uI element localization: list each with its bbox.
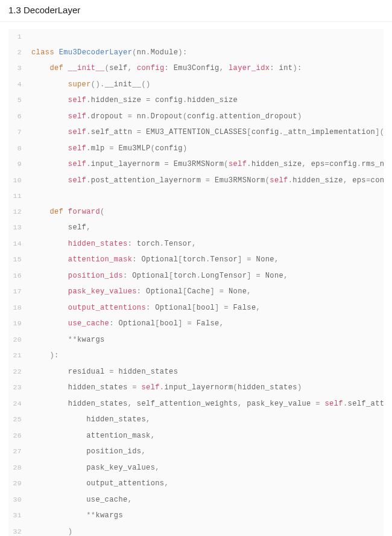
- line-number: 27: [8, 444, 25, 459]
- code-line: 10 self.post_attention_layernorm = Emu3R…: [8, 173, 384, 189]
- code-line: 9 self.input_layernorm = Emu3RMSNorm(sel…: [8, 156, 384, 173]
- line-number: 1: [8, 29, 25, 45]
- code-block: 12class Emu3DecoderLayer(nn.Module):3 de…: [8, 29, 384, 536]
- code-content: position_ids,: [25, 444, 146, 460]
- code-content: **kwargs: [25, 333, 105, 348]
- code-content: output_attentions: Optional[bool] = Fals…: [25, 301, 261, 316]
- code-line: 19 use_cache: Optional[bool] = False,: [8, 316, 384, 332]
- code-line: 32 ): [8, 524, 384, 537]
- code-line: 13 self,: [8, 220, 384, 236]
- code-line: 16 position_ids: Optional[torch.LongTens…: [8, 268, 384, 284]
- line-number: 2: [8, 45, 25, 60]
- code-line: 20 **kwargs: [8, 332, 384, 348]
- line-number: 26: [8, 428, 25, 444]
- line-number: 14: [8, 236, 25, 252]
- line-number: 16: [8, 268, 25, 284]
- code-line: 7 self.self_attn = EMU3_ATTENTION_CLASSE…: [8, 124, 384, 141]
- line-number: 15: [8, 252, 25, 267]
- code-line: 18 output_attentions: Optional[bool] = F…: [8, 300, 384, 316]
- line-number: 25: [8, 412, 25, 427]
- code-line: 17 pask_key_values: Optional[Cache] = No…: [8, 284, 384, 300]
- line-number: 29: [8, 476, 25, 491]
- line-number: 7: [8, 124, 25, 140]
- code-content: super().__init__(): [25, 77, 151, 93]
- code-content: hidden_states = self.input_layernorm(hid…: [25, 380, 302, 396]
- code-content: **kwargs: [25, 508, 123, 524]
- line-number: 31: [8, 508, 25, 523]
- line-number: 10: [8, 173, 25, 188]
- line-number: 17: [8, 284, 25, 299]
- line-number: 20: [8, 332, 25, 348]
- code-line: 1: [8, 29, 384, 45]
- code-line: 3 def __init__(self, config: Emu3Config,…: [8, 60, 384, 77]
- code-content: self.dropout = nn.Dropout(config.attenti…: [25, 109, 302, 125]
- code-line: 12 def forward(: [8, 204, 384, 220]
- section-heading: 1.3 DecoderLayer: [0, 5, 392, 22]
- line-number: 30: [8, 492, 25, 508]
- line-number: 13: [8, 220, 25, 235]
- code-content: output_attentions,: [25, 476, 169, 492]
- line-number: 5: [8, 92, 25, 108]
- code-line: 27 position_ids,: [8, 444, 384, 460]
- line-number: 28: [8, 460, 25, 476]
- code-line: 14 hidden_states: torch.Tensor,: [8, 236, 384, 252]
- code-line: 31 **kwargs: [8, 508, 384, 524]
- line-number: 12: [8, 204, 25, 220]
- code-content: self,: [25, 220, 91, 236]
- code-content: def forward(: [25, 205, 105, 220]
- line-number: 19: [8, 316, 25, 331]
- code-content: position_ids: Optional[torch.LongTensor]…: [25, 269, 288, 284]
- line-number: 21: [8, 348, 25, 363]
- code-content: ): [25, 525, 72, 537]
- line-number: 11: [8, 188, 25, 204]
- code-content: self.self_attn = EMU3_ATTENTION_CLASSES[…: [25, 125, 384, 141]
- code-content: ):: [25, 348, 59, 364]
- code-line: 22 residual = hidden_states: [8, 364, 384, 380]
- line-number: 32: [8, 524, 25, 537]
- code-content: class Emu3DecoderLayer(nn.Module):: [25, 45, 187, 61]
- code-content: use_cache,: [25, 493, 132, 508]
- code-line: 24 hidden_states, self_attention_weights…: [8, 396, 384, 412]
- line-number: 22: [8, 364, 25, 380]
- code-line: 8 self.mlp = Emu3MLP(config): [8, 141, 384, 157]
- code-content: self.mlp = Emu3MLP(config): [25, 141, 187, 157]
- code-line: 4 super().__init__(): [8, 77, 384, 93]
- code-content: residual = hidden_states: [25, 365, 178, 380]
- code-line: 15 attention_mask: Optional[torch.Tensor…: [8, 252, 384, 268]
- line-number: 6: [8, 109, 25, 124]
- code-content: self.hidden_size = config.hidden_size: [25, 93, 238, 109]
- line-number: 8: [8, 141, 25, 156]
- code-line: 30 use_cache,: [8, 492, 384, 508]
- code-line: 21 ):: [8, 348, 384, 364]
- code-content: use_cache: Optional[bool] = False,: [25, 316, 224, 332]
- code-line: 5 self.hidden_size = config.hidden_size: [8, 92, 384, 109]
- line-number: 18: [8, 300, 25, 316]
- code-content: hidden_states: torch.Tensor,: [25, 237, 197, 252]
- code-content: pask_key_values: Optional[Cache] = None,: [25, 284, 251, 300]
- code-content: self.input_layernorm = Emu3RMSNorm(self.…: [25, 157, 384, 173]
- code-line: 6 self.dropout = nn.Dropout(config.atten…: [8, 109, 384, 125]
- code-content: attention_mask: Optional[torch.Tensor] =…: [25, 252, 279, 268]
- code-line: 28 pask_key_values,: [8, 460, 384, 476]
- line-number: 3: [8, 60, 25, 76]
- code-line: 25 hidden_states,: [8, 412, 384, 428]
- code-content: def __init__(self, config: Emu3Config, l…: [25, 61, 302, 77]
- line-number: 23: [8, 380, 25, 395]
- code-line: 2class Emu3DecoderLayer(nn.Module):: [8, 45, 384, 61]
- code-line: 26 attention_mask,: [8, 428, 384, 444]
- code-line: 11: [8, 188, 384, 204]
- code-line: 23 hidden_states = self.input_layernorm(…: [8, 380, 384, 396]
- code-content: hidden_states,: [25, 412, 151, 428]
- code-content: hidden_states, self_attention_weights, p…: [25, 397, 384, 412]
- code-content: self.post_attention_layernorm = Emu3RMSN…: [25, 173, 384, 189]
- code-line: 29 output_attentions,: [8, 476, 384, 492]
- code-content: pask_key_values,: [25, 461, 160, 476]
- code-content: attention_mask,: [25, 429, 155, 444]
- line-number: 4: [8, 77, 25, 92]
- line-number: 9: [8, 156, 25, 172]
- line-number: 24: [8, 396, 25, 412]
